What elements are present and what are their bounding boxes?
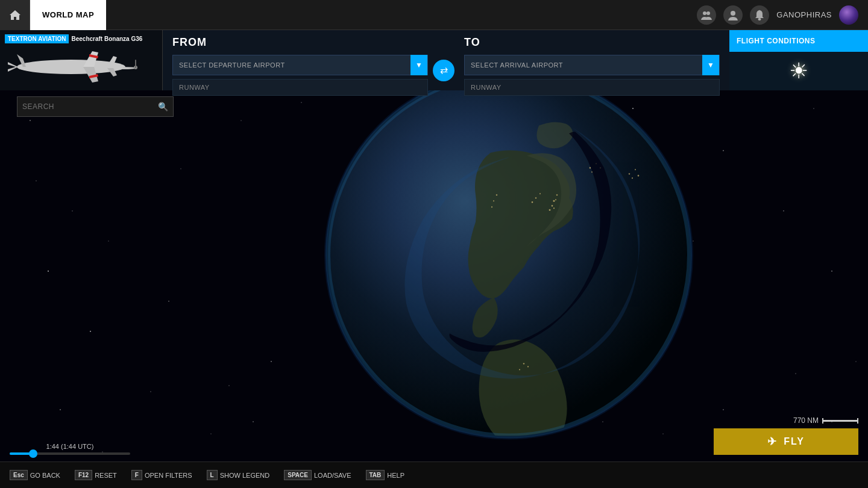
svg-point-47 [549,209,551,211]
aircraft-illustration [5,46,137,87]
svg-point-63 [523,363,524,364]
flight-conditions-body[interactable]: ☀ [729,52,868,90]
svg-point-10 [253,421,253,422]
svg-point-37 [795,373,796,374]
svg-point-9 [211,434,212,434]
hotkey-load-save-label: LOAD/SAVE [314,472,351,479]
earth-globe[interactable] [322,69,696,442]
svg-point-26 [108,241,109,242]
hotkey-show-legend: L SHOW LEGEND [207,470,270,480]
svg-point-27 [168,301,169,301]
arrival-airport-select[interactable]: SELECT ARRIVAL AIRPORT ▼ [464,55,720,75]
search-input[interactable] [22,102,158,111]
hotkey-space[interactable]: SPACE [284,470,312,480]
hotkey-f12[interactable]: F12 [75,470,92,480]
hotkey-l[interactable]: L [207,470,218,480]
departure-airport-select[interactable]: SELECT DEPARTURE AIRPORT ▼ [172,55,428,75]
svg-point-21 [831,271,832,272]
nav-right: GANOPHIRAS [697,5,868,25]
svg-point-69 [706,11,710,15]
hotkey-f[interactable]: F [131,470,142,480]
svg-point-5 [181,169,181,169]
svg-point-53 [493,201,494,202]
user-icon [728,10,738,20]
swap-airports-button[interactable]: ⇄ [433,60,454,81]
hotkey-help-label: HELP [387,472,404,479]
aircraft-brand: Textron Aviation [5,34,69,43]
svg-point-22 [856,361,857,362]
svg-point-12 [271,361,272,362]
bottom-bar: Esc GO BACK F12 RESET F OPEN FILTERS L S… [0,461,868,488]
svg-point-2 [72,210,72,211]
multiplayer-icon[interactable] [697,5,716,25]
hotkey-esc[interactable]: Esc [10,470,28,480]
hotkey-tab[interactable]: TAB [366,470,385,480]
svg-point-6 [90,331,91,332]
fly-button-label: FLY [784,436,805,447]
departure-runway: RUNWAY [172,79,428,96]
svg-point-60 [635,169,636,170]
world-map-label: WORLD MAP [42,10,94,19]
departure-dropdown-arrow[interactable]: ▼ [410,55,427,75]
time-slider-thumb[interactable] [29,449,37,458]
search-button[interactable]: 🔍 [158,102,168,111]
svg-point-29 [301,102,301,102]
bell-icon [755,10,764,20]
svg-point-70 [731,11,735,16]
scale-area: 770 NM [793,416,858,425]
svg-point-61 [632,178,633,179]
svg-point-45 [552,205,553,207]
home-icon [8,9,22,21]
username[interactable]: GANOPHIRAS [776,10,832,19]
hotkey-open-filters: F OPEN FILTERS [131,470,192,480]
arrival-airport-text: SELECT ARRIVAL AIRPORT [471,61,702,69]
from-to-row: FROM SELECT DEPARTURE AIRPORT ▼ RUNWAY ⇄… [172,36,720,96]
hotkey-show-legend-label: SHOW LEGEND [220,472,270,479]
svg-point-43 [553,200,555,202]
to-label: TO [464,36,720,49]
hotkey-reset-label: RESET [95,472,117,479]
time-slider-track[interactable] [10,452,130,455]
header-overlay: WORLD MAP [0,0,868,90]
user-avatar[interactable] [839,5,858,25]
svg-point-52 [496,194,497,195]
sun-weather-icon: ☀ [789,58,808,84]
hotkey-go-back-label: GO BACK [30,472,60,479]
svg-point-49 [535,197,536,198]
svg-point-54 [491,207,492,208]
fly-plane-icon: ✈ [767,435,778,448]
flight-section: FROM SELECT DEPARTURE AIRPORT ▼ RUNWAY ⇄… [163,30,729,90]
svg-rect-74 [135,60,136,68]
world-map-tab[interactable]: WORLD MAP [30,0,106,30]
aircraft-label: Textron Aviation Beechcraft Bonanza G36 [5,34,157,43]
svg-point-64 [519,369,520,371]
departure-airport-text: SELECT DEPARTURE AIRPORT [179,61,410,69]
hotkey-help: TAB HELP [366,470,405,480]
second-bar: Textron Aviation Beechcraft Bonanza G36 [0,30,868,90]
fly-button[interactable]: ✈ FLY [714,428,858,455]
svg-point-71 [758,18,761,20]
svg-point-17 [723,150,724,151]
hotkey-open-filters-label: OPEN FILTERS [145,472,192,479]
flight-conditions-header[interactable]: FLIGHT CONDITIONS [729,30,868,52]
aircraft-panel[interactable]: Textron Aviation Beechcraft Bonanza G36 [0,30,163,90]
scale-value: 770 NM [793,416,819,425]
svg-point-48 [553,208,555,209]
svg-point-19 [783,210,784,211]
to-column: TO SELECT ARRIVAL AIRPORT ▼ RUNWAY [464,36,720,96]
hotkey-reset: F12 RESET [75,470,117,480]
arrival-dropdown-arrow[interactable]: ▼ [702,55,719,75]
svg-point-51 [532,201,533,203]
flight-conditions-label: FLIGHT CONDITIONS [737,37,816,45]
svg-point-55 [590,167,591,169]
arrival-runway: RUNWAY [464,79,720,96]
svg-point-62 [638,175,640,177]
home-button[interactable] [0,0,30,30]
profile-icon[interactable] [723,5,743,25]
svg-point-20 [813,108,814,108]
svg-point-8 [60,409,61,410]
time-slider-area: 1:44 (1:44 UTC) [10,443,130,455]
aircraft-info: Textron Aviation Beechcraft Bonanza G36 [5,34,157,87]
svg-point-11 [228,385,229,386]
notifications-icon[interactable] [750,5,769,25]
